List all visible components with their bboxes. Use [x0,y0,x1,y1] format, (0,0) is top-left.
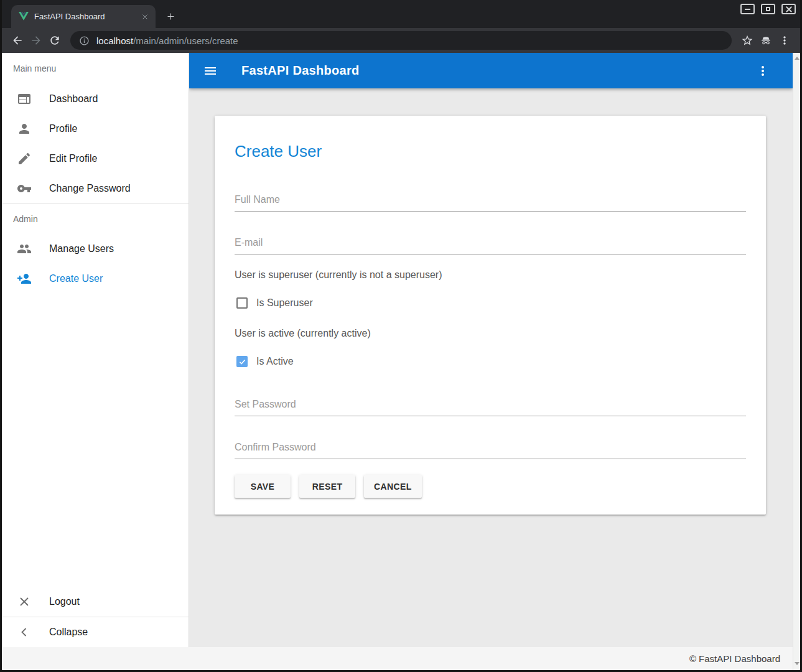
app-bar-menu-icon[interactable] [750,58,775,83]
sidebar-section-main-menu: Main menu [2,53,189,84]
reset-button[interactable]: RESET [299,475,355,498]
sidebar-item-label: Profile [49,123,77,134]
superuser-hint: User is superuser (currently is not a su… [235,269,746,281]
page: Main menu Dashboard Profile Edit Profile [2,53,800,670]
sidebar-item-create-user[interactable]: Create User [2,264,189,294]
form-actions: SAVE RESET CANCEL [235,475,746,498]
confirm-password-field-wrap [235,439,746,459]
url-path: /main/admin/users/create [133,35,238,46]
bookmark-star-icon[interactable] [738,31,757,50]
web-icon [17,91,32,106]
minimize-button[interactable] [740,4,755,14]
active-checkbox-row[interactable]: Is Active [236,356,746,367]
sidebar-section-admin: Admin [2,204,189,234]
set-password-input[interactable] [235,396,746,416]
sidebar-item-dashboard[interactable]: Dashboard [2,84,189,114]
active-checkbox-label: Is Active [256,356,294,367]
sidebar-item-edit-profile[interactable]: Edit Profile [2,144,189,174]
sidebar-item-manage-users[interactable]: Manage Users [2,234,189,264]
browser-tab-strip: FastAPI Dashboard [2,0,800,28]
email-field-wrap [235,235,746,254]
browser-menu-icon[interactable] [775,31,794,50]
pencil-icon [17,151,32,166]
set-password-field-wrap [235,396,746,416]
site-info-icon[interactable] [79,35,90,46]
confirm-password-input[interactable] [235,439,746,459]
incognito-icon [757,31,775,50]
superuser-checkbox-label: Is Superuser [256,297,313,309]
sidebar-item-label: Dashboard [49,93,98,105]
sidebar-item-label: Create User [49,273,103,284]
tab-close-icon[interactable] [139,11,151,22]
sidebar-spacer [2,294,189,587]
page-title: Create User [235,142,746,161]
footer: © FastAPI Dashboard [2,647,800,670]
sidebar-item-label: Logout [49,596,80,607]
sidebar: Main menu Dashboard Profile Edit Profile [2,53,189,647]
superuser-checkbox[interactable] [236,297,248,309]
create-user-card: Create User User is superuser (currently… [215,116,766,515]
url-bar[interactable]: localhost/main/admin/users/create [70,31,732,50]
content-area: Create User User is superuser (currently… [189,88,793,515]
active-checkbox[interactable] [236,356,248,367]
maximize-icon [766,7,770,11]
footer-copyright: © FastAPI Dashboard [689,653,780,664]
close-x-icon [17,594,32,609]
hamburger-menu-icon[interactable] [198,58,223,83]
superuser-checkbox-row[interactable]: Is Superuser [236,297,746,309]
group-icon [17,241,32,256]
scroll-down-arrow-icon[interactable] [795,662,800,665]
window-controls [740,4,796,14]
active-hint: User is active (currently active) [235,328,746,339]
chevron-left-icon [17,625,32,640]
sidebar-item-label: Edit Profile [49,153,97,164]
cancel-button[interactable]: CANCEL [364,475,422,498]
full-name-input[interactable] [235,192,746,212]
email-input[interactable] [235,235,746,254]
url-host: localhost [96,35,133,46]
browser-window: FastAPI Dashboard localhost/m [0,0,802,672]
new-tab-button[interactable] [162,7,179,25]
check-icon [238,358,246,366]
sidebar-item-collapse[interactable]: Collapse [2,617,189,647]
sidebar-item-label: Manage Users [49,243,114,254]
person-add-icon [17,271,32,286]
back-button[interactable] [8,31,27,50]
browser-toolbar: localhost/main/admin/users/create [2,28,800,53]
sidebar-item-label: Change Password [49,183,131,194]
full-name-field-wrap [235,192,746,212]
main-area: FastAPI Dashboard Create User User is su… [189,53,793,647]
tab-title: FastAPI Dashboard [34,12,134,21]
forward-button[interactable] [27,31,45,50]
minimize-icon [745,9,750,10]
close-button[interactable] [781,4,796,14]
scroll-up-arrow-icon[interactable] [795,57,800,60]
url-text: localhost/main/admin/users/create [96,35,238,46]
person-icon [17,121,32,136]
page-scrollbar[interactable] [793,53,800,670]
app-bar: FastAPI Dashboard [189,53,793,88]
sidebar-item-change-password[interactable]: Change Password [2,174,189,203]
close-icon [786,6,792,12]
key-icon [17,181,32,196]
maximize-button[interactable] [761,4,775,14]
app-bar-title: FastAPI Dashboard [241,63,360,78]
browser-tab[interactable]: FastAPI Dashboard [11,5,156,28]
sidebar-item-logout[interactable]: Logout [2,587,189,617]
vue-logo-icon [19,12,29,21]
reload-button[interactable] [45,31,64,50]
sidebar-item-label: Collapse [49,627,88,638]
sidebar-item-profile[interactable]: Profile [2,114,189,144]
save-button[interactable]: SAVE [235,475,291,498]
